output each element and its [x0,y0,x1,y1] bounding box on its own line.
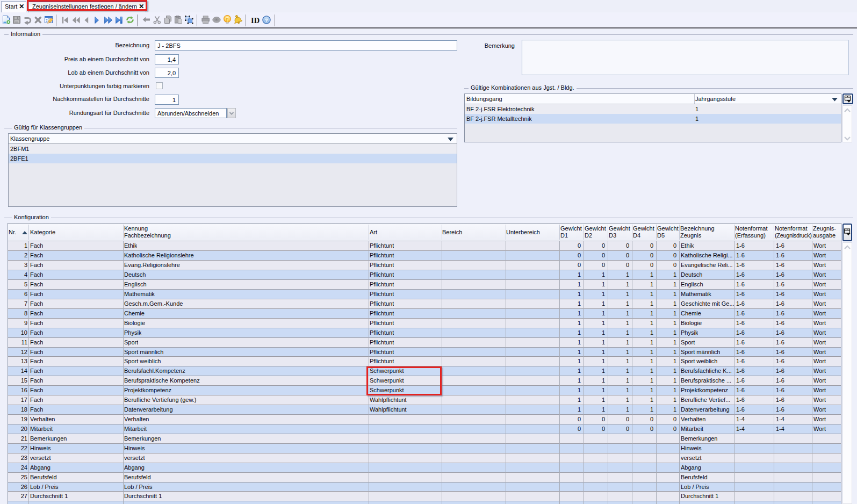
svg-text:?: ? [265,17,268,23]
svg-text:ID: ID [251,16,260,25]
